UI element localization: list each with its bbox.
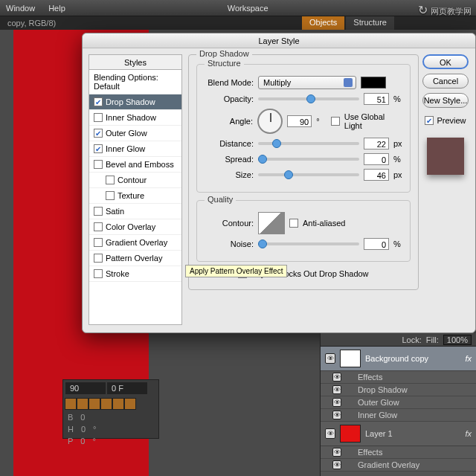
angle-input[interactable]: 90	[287, 115, 312, 127]
effects-row[interactable]: 👁Effects	[321, 371, 476, 384]
checkbox-icon[interactable]	[94, 254, 103, 263]
layer-thumbnail[interactable]	[340, 425, 361, 443]
layer-name: Background copy	[365, 354, 428, 363]
style-contour[interactable]: Contour	[89, 173, 181, 188]
fx-badge[interactable]: fx	[465, 429, 472, 438]
effect-row[interactable]: 👁Gradient Overlay	[321, 459, 476, 472]
noise-slider[interactable]	[258, 242, 359, 245]
global-light-checkbox[interactable]	[331, 117, 340, 126]
ok-button[interactable]: OK	[422, 54, 469, 69]
visibility-icon[interactable]: 👁	[325, 353, 335, 364]
tool-icon[interactable]	[77, 398, 89, 410]
noise-input[interactable]: 0	[364, 238, 389, 250]
size-slider[interactable]	[258, 173, 359, 176]
distance-input[interactable]: 22	[364, 138, 389, 149]
value[interactable]: 0 F	[107, 382, 147, 394]
checkbox-icon[interactable]	[106, 191, 115, 200]
document-tabstrip: copy, RGB/8)	[0, 16, 476, 30]
style-inner-glow[interactable]: Inner Glow	[89, 141, 181, 157]
effect-row[interactable]: 👁Inner Glow	[321, 409, 476, 422]
size-input[interactable]: 46	[364, 169, 389, 181]
tab-objects[interactable]: Objects	[302, 16, 344, 30]
checkbox-icon[interactable]	[106, 176, 115, 184]
checkbox-icon[interactable]	[94, 113, 103, 122]
group-title: Structure	[205, 59, 244, 68]
styles-list: Styles Blending Options: Default Drop Sh…	[89, 54, 182, 325]
unit: px	[393, 170, 404, 179]
fill-input[interactable]: 100%	[443, 335, 472, 345]
cancel-button[interactable]: Cancel	[422, 74, 469, 89]
label: Contour:	[203, 219, 254, 228]
checkbox-icon[interactable]	[94, 222, 103, 231]
unit: %	[393, 239, 404, 248]
style-stroke[interactable]: Stroke	[89, 266, 181, 282]
style-outer-glow[interactable]: Outer Glow	[89, 126, 181, 141]
style-drop-shadow[interactable]: Drop Shadow	[89, 94, 181, 110]
checkbox-icon[interactable]	[94, 269, 103, 278]
panel-tabs: Objects Structure	[302, 16, 394, 30]
label: Spread:	[203, 155, 254, 164]
fill-label: Fill:	[426, 335, 439, 344]
blending-options-row[interactable]: Blending Options: Default	[89, 70, 181, 94]
group-title: Quality	[205, 195, 236, 204]
tool-icon[interactable]	[65, 398, 77, 410]
label: Distance:	[203, 139, 254, 148]
tool-icon[interactable]	[100, 398, 112, 410]
style-texture[interactable]: Texture	[89, 188, 181, 204]
visibility-icon[interactable]: 👁	[325, 428, 335, 439]
style-bevel-emboss[interactable]: Bevel and Emboss	[89, 157, 181, 173]
layer-row[interactable]: 👁 Background copy fx	[321, 347, 476, 371]
tool-icon[interactable]	[112, 398, 124, 410]
checkbox-icon[interactable]	[94, 238, 103, 247]
menu-window[interactable]: Window	[6, 4, 35, 13]
opacity-input[interactable]: 51	[364, 93, 389, 105]
new-style-button[interactable]: New Style...	[422, 93, 469, 108]
checkbox-icon[interactable]	[94, 144, 103, 153]
checkbox-icon[interactable]	[94, 97, 103, 106]
global-light-label: Use Global Light	[344, 112, 404, 130]
icon-row	[63, 396, 158, 411]
style-inner-shadow[interactable]: Inner Shadow	[89, 110, 181, 126]
tool-icon[interactable]	[89, 398, 100, 410]
blend-mode-select[interactable]: Multiply	[258, 76, 356, 89]
transform-panel: 900 F B0 H0° P0°	[62, 379, 159, 439]
style-gradient-overlay[interactable]: Gradient Overlay	[89, 235, 181, 251]
effect-row[interactable]: 👁Outer Glow	[321, 396, 476, 409]
tab-structure[interactable]: Structure	[346, 16, 394, 30]
visibility-icon[interactable]: 👁	[332, 411, 341, 419]
dialog-buttons: OK Cancel New Style... Preview	[422, 54, 469, 175]
visibility-icon[interactable]: 👁	[332, 373, 341, 382]
value[interactable]: 90	[65, 382, 106, 394]
anti-aliased-checkbox[interactable]	[289, 219, 298, 228]
checkbox-icon[interactable]	[94, 160, 103, 169]
effect-row[interactable]: 👁Drop Shadow	[321, 384, 476, 396]
checkbox-icon[interactable]	[94, 207, 103, 216]
layer-name: Layer 1	[365, 429, 393, 438]
drop-shadow-group: Drop Shadow Structure Blend Mode: Multip…	[188, 54, 419, 290]
visibility-icon[interactable]: 👁	[332, 460, 341, 469]
visibility-icon[interactable]: 👁	[332, 398, 341, 407]
angle-dial[interactable]	[257, 109, 283, 134]
style-pattern-overlay[interactable]: Pattern Overlay	[89, 251, 181, 266]
menu-help[interactable]: Help	[48, 4, 65, 13]
layer-thumbnail[interactable]	[340, 350, 361, 367]
visibility-icon[interactable]: 👁	[332, 385, 341, 394]
styles-header: Styles	[89, 55, 181, 70]
workspace-selector[interactable]: Workspace	[228, 4, 268, 13]
opacity-slider[interactable]	[258, 97, 359, 100]
contour-picker[interactable]	[258, 212, 285, 234]
effects-row[interactable]: 👁Effects	[321, 446, 476, 459]
checkbox-icon[interactable]	[94, 129, 103, 138]
spread-slider[interactable]	[258, 158, 359, 161]
style-satin[interactable]: Satin	[89, 204, 181, 219]
document-tab[interactable]: copy, RGB/8)	[7, 19, 56, 28]
visibility-icon[interactable]: 👁	[332, 448, 341, 457]
layer-row[interactable]: 👁 Layer 1 fx	[321, 422, 476, 446]
spread-input[interactable]: 0	[364, 153, 389, 165]
distance-slider[interactable]	[258, 142, 359, 145]
fx-badge[interactable]: fx	[465, 354, 472, 363]
style-color-overlay[interactable]: Color Overlay	[89, 219, 181, 235]
tool-icon[interactable]	[124, 398, 136, 410]
preview-checkbox[interactable]	[425, 116, 434, 125]
color-swatch[interactable]	[361, 77, 386, 89]
